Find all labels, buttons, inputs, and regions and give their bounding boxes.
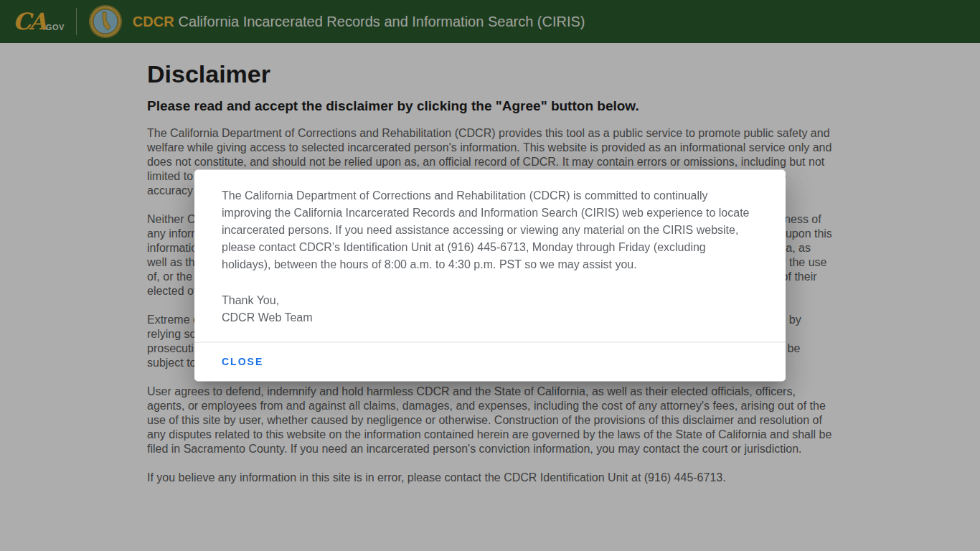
assistance-dialog-signoff-team: CDCR Web Team [222, 309, 751, 326]
assistance-dialog-content: The California Department of Corrections… [194, 170, 786, 342]
assistance-dialog-message: The California Department of Corrections… [222, 187, 751, 273]
assistance-dialog-actions: CLOSE [194, 342, 786, 382]
assistance-dialog-signoff-thanks: Thank You, [222, 292, 751, 309]
close-button[interactable]: CLOSE [222, 356, 263, 367]
assistance-dialog: The California Department of Corrections… [194, 170, 786, 382]
